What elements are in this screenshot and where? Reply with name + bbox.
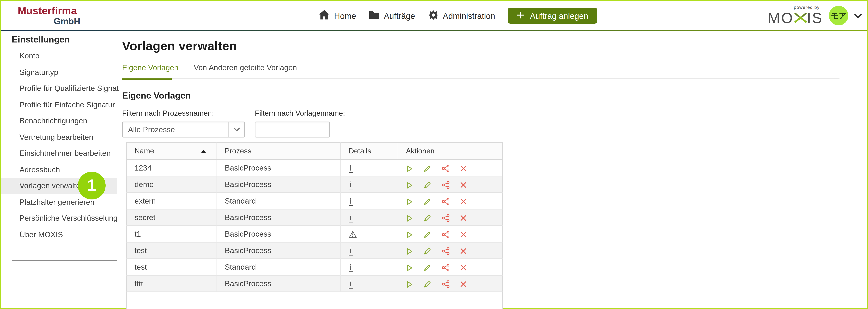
- sidebar-item-konto[interactable]: Konto: [1, 48, 119, 64]
- user-avatar[interactable]: モア: [829, 6, 848, 25]
- share-icon[interactable]: [442, 280, 450, 288]
- process-filter: Filtern nach Prozessnamen: Alle Prozesse: [122, 109, 245, 137]
- main-panel: Vorlagen verwalten Eigene Vorlagen Von A…: [119, 31, 867, 308]
- annotation-badge-1: 1: [78, 172, 105, 199]
- page-title: Vorlagen verwalten: [122, 38, 867, 54]
- tab-von-anderen-geteilte-vorlagen[interactable]: Von Anderen geteilte Vorlagen: [194, 63, 297, 72]
- template-name-filter-input[interactable]: [255, 122, 330, 137]
- table-row: testBasicProcessi: [127, 242, 502, 259]
- table-row: testStandardi: [127, 259, 502, 275]
- delete-x-icon[interactable]: [460, 248, 467, 254]
- nav-auftraege[interactable]: Aufträge: [369, 11, 415, 21]
- sidebar-item-signaturtyp[interactable]: Signaturtyp: [1, 64, 119, 81]
- home-icon: [319, 10, 330, 21]
- nav-home[interactable]: Home: [319, 10, 356, 21]
- edit-icon[interactable]: [424, 247, 431, 255]
- create-order-label: Auftrag anlegen: [530, 11, 588, 21]
- play-icon[interactable]: [406, 281, 413, 288]
- sidebar-item-profile-für-qualifizierte-signatur[interactable]: Profile für Qualifizierte Signatur: [1, 80, 119, 97]
- table-row: 1234BasicProcessi: [127, 160, 502, 176]
- section-title: Eigene Vorlagen: [122, 90, 867, 101]
- delete-x-icon[interactable]: [460, 231, 467, 238]
- plus-icon: [517, 11, 525, 21]
- delete-x-icon[interactable]: [460, 182, 467, 188]
- cell-process: Standard: [217, 259, 341, 275]
- sidebar-item-einsichtnehmer-bearbeiten[interactable]: Einsichtnehmer bearbeiten: [1, 145, 119, 161]
- info-icon[interactable]: i: [349, 164, 353, 173]
- cell-name: test: [127, 259, 217, 275]
- warning-icon[interactable]: [349, 231, 357, 238]
- info-icon[interactable]: i: [349, 264, 353, 272]
- sidebar-item-platzhalter-generieren[interactable]: Platzhalter generieren: [1, 194, 119, 210]
- sidebar-item-adressbuch[interactable]: Adressbuch: [1, 161, 119, 178]
- process-filter-select[interactable]: Alle Prozesse: [122, 122, 245, 137]
- cell-actions: [398, 242, 502, 259]
- share-icon[interactable]: [442, 247, 450, 255]
- edit-icon[interactable]: [424, 280, 431, 288]
- cell-details: i: [341, 242, 398, 259]
- delete-x-icon[interactable]: [460, 264, 467, 271]
- delete-x-icon[interactable]: [460, 215, 467, 221]
- settings-sidebar: Einstellungen KontoSignaturtypProfile fü…: [1, 31, 119, 308]
- edit-icon[interactable]: [424, 231, 431, 238]
- user-menu-chevron-down-icon[interactable]: [855, 13, 862, 18]
- tab-eigene-vorlagen[interactable]: Eigene Vorlagen: [122, 63, 178, 72]
- column-header-name[interactable]: Name: [127, 143, 217, 160]
- app-root: Musterfirma GmbH Home Aufträge Administr…: [0, 0, 868, 309]
- column-header-prozess[interactable]: Prozess: [217, 143, 341, 160]
- column-header-details[interactable]: Details: [341, 143, 398, 160]
- header-right: powered by MO IS モア: [768, 5, 862, 26]
- tab-underline-track: [122, 78, 839, 79]
- play-icon[interactable]: [406, 215, 413, 222]
- tab-bar: Eigene Vorlagen Von Anderen geteilte Vor…: [122, 62, 867, 72]
- sidebar-item-persönliche-verschlüsselung[interactable]: Persönliche Verschlüsselung: [1, 210, 119, 226]
- cell-details: i: [341, 176, 398, 193]
- share-icon[interactable]: [442, 231, 450, 238]
- info-icon[interactable]: i: [349, 214, 353, 222]
- edit-icon[interactable]: [424, 165, 431, 172]
- share-icon[interactable]: [442, 264, 450, 272]
- share-icon[interactable]: [442, 198, 450, 205]
- share-icon[interactable]: [442, 214, 450, 222]
- info-icon[interactable]: i: [349, 181, 353, 189]
- info-icon[interactable]: i: [349, 280, 353, 288]
- cell-name: 1234: [127, 160, 217, 176]
- edit-icon[interactable]: [424, 264, 431, 272]
- table-row: externStandardi: [127, 193, 502, 209]
- cell-process: BasicProcess: [217, 242, 341, 259]
- play-icon[interactable]: [406, 248, 413, 255]
- sidebar-item-über-moxis[interactable]: Über MOXIS: [1, 226, 119, 243]
- info-icon[interactable]: i: [349, 247, 353, 255]
- cell-name: secret: [127, 209, 217, 226]
- table-row: secretBasicProcessi: [127, 209, 502, 226]
- cell-name: tttt: [127, 275, 217, 292]
- play-icon[interactable]: [406, 231, 413, 238]
- cell-process: BasicProcess: [217, 226, 341, 242]
- play-icon[interactable]: [406, 165, 413, 172]
- cell-details: i: [341, 275, 398, 292]
- share-icon[interactable]: [442, 165, 450, 172]
- edit-icon[interactable]: [424, 198, 431, 205]
- delete-x-icon[interactable]: [460, 281, 467, 287]
- cell-process: Standard: [217, 193, 341, 209]
- sidebar-item-benachrichtigungen[interactable]: Benachrichtigungen: [1, 113, 119, 129]
- sidebar-divider: [12, 260, 117, 261]
- delete-x-icon[interactable]: [460, 198, 467, 205]
- sort-ascending-icon: [201, 150, 206, 153]
- create-order-button[interactable]: Auftrag anlegen: [508, 8, 597, 24]
- sidebar-item-profile-für-einfache-signatur[interactable]: Profile für Einfache Signatur: [1, 97, 119, 113]
- delete-x-icon[interactable]: [460, 165, 467, 172]
- cell-details: i: [341, 160, 398, 176]
- nav-administration[interactable]: Administration: [428, 10, 495, 22]
- edit-icon[interactable]: [424, 214, 431, 222]
- play-icon[interactable]: [406, 264, 413, 271]
- share-icon[interactable]: [442, 181, 450, 189]
- info-icon[interactable]: i: [349, 197, 353, 206]
- cell-actions: [398, 209, 502, 226]
- edit-icon[interactable]: [424, 181, 431, 189]
- column-header-aktionen[interactable]: Aktionen: [398, 143, 502, 160]
- sidebar-item-vertretung-bearbeiten[interactable]: Vertretung bearbeiten: [1, 129, 119, 145]
- play-icon[interactable]: [406, 198, 413, 205]
- play-icon[interactable]: [406, 182, 413, 189]
- cell-details: [341, 226, 398, 242]
